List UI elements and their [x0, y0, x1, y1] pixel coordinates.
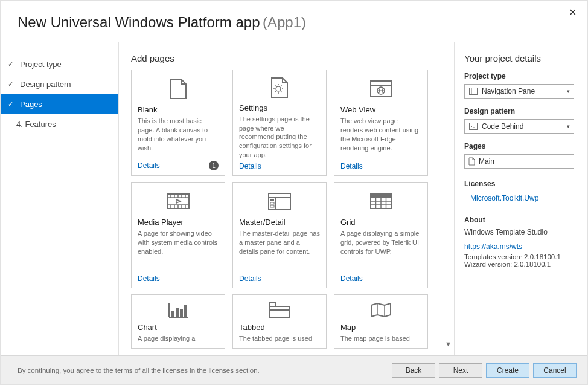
create-button[interactable]: Create: [486, 363, 529, 378]
film-icon: [138, 189, 219, 214]
browser-globe-icon: [340, 76, 421, 102]
cards-scroll: Blank This is the most basic page. A bla…: [131, 70, 447, 354]
details-link[interactable]: Details: [138, 274, 160, 283]
chart-icon: [138, 301, 219, 319]
step-project-type[interactable]: Project type: [1, 54, 118, 74]
step-label: Project type: [20, 60, 62, 69]
svg-rect-44: [180, 309, 183, 317]
step-design-pattern[interactable]: Design pattern: [1, 74, 118, 94]
design-pattern-label: Design pattern: [464, 107, 574, 115]
details-link[interactable]: Details: [239, 162, 261, 170]
svg-rect-43: [176, 308, 179, 317]
main-panel: Add pages Blank This is the most basic p…: [119, 42, 455, 356]
step-label: Design pattern: [20, 80, 71, 89]
svg-rect-47: [269, 303, 275, 306]
chevron-down-icon: ▾: [567, 123, 570, 129]
grid-icon: [340, 189, 421, 214]
wizard-version: Wizard version: 2.0.18100.1: [464, 260, 574, 268]
card-desc: A page for showing video with system med…: [138, 229, 219, 272]
card-tabbed[interactable]: Tabbed The tabbed page is used: [232, 294, 327, 349]
step-label: 4. Features: [16, 120, 56, 129]
card-title: Tabbed: [239, 323, 320, 332]
page-icon: [468, 157, 475, 166]
card-master-detail[interactable]: Master/Detail The master-detail page has…: [232, 182, 327, 288]
svg-rect-42: [171, 311, 174, 317]
step-pages[interactable]: Pages: [1, 94, 118, 114]
close-icon[interactable]: ✕: [564, 4, 581, 21]
project-type-value: Navigation Pane: [482, 87, 535, 95]
svg-line-7: [281, 86, 281, 86]
svg-rect-51: [470, 88, 478, 95]
card-title: Media Player: [138, 218, 219, 227]
about-link[interactable]: https://aka.ms/wts: [464, 242, 522, 251]
details-link[interactable]: Details: [340, 274, 363, 283]
dialog-footer: By continuing, you agree to the terms of…: [1, 355, 587, 384]
project-type-label: Project type: [464, 72, 574, 80]
pages-list-item[interactable]: Main: [464, 154, 574, 169]
license-link[interactable]: Microsoft.Toolkit.Uwp: [470, 194, 538, 202]
details-panel: Your project details Project type Naviga…: [455, 42, 587, 356]
licenses-label: Licenses: [464, 180, 574, 188]
scroll-down-icon[interactable]: ▼: [445, 340, 452, 348]
svg-rect-30: [270, 199, 274, 201]
about-label: About: [464, 216, 574, 224]
card-title: Web View: [340, 105, 421, 114]
details-link[interactable]: Details: [239, 274, 261, 283]
svg-point-0: [276, 86, 281, 91]
svg-rect-46: [269, 306, 290, 317]
pages-value: Main: [479, 157, 494, 166]
svg-line-8: [275, 92, 275, 92]
card-desc: The settings page is the page where we r…: [239, 115, 320, 160]
design-pattern-select[interactable]: Code Behind ▾: [464, 119, 574, 134]
templates-version: Templates version: 2.0.18100.1: [464, 253, 574, 260]
code-behind-icon: [468, 123, 478, 130]
card-title: Grid: [340, 218, 421, 227]
next-button[interactable]: Next: [439, 363, 482, 378]
card-media-player[interactable]: Media Player A page for showing video wi…: [131, 182, 225, 288]
tabbed-icon: [239, 301, 320, 319]
card-blank[interactable]: Blank This is the most basic page. A bla…: [131, 70, 225, 176]
dialog-header: New Universal Windows Platform app (App1…: [1, 1, 587, 42]
map-icon: [340, 301, 421, 319]
card-desc: This is the most basic page. A blank can…: [138, 117, 219, 158]
details-link[interactable]: Details: [340, 162, 363, 170]
svg-rect-31: [270, 202, 274, 204]
design-pattern-value: Code Behind: [482, 122, 523, 131]
master-detail-icon: [239, 189, 320, 214]
card-settings[interactable]: Settings The settings page is the page w…: [232, 70, 327, 176]
details-title: Your project details: [464, 53, 574, 63]
card-desc: The tabbed page is used: [239, 334, 320, 343]
step-label: Pages: [20, 100, 42, 109]
svg-rect-32: [270, 205, 274, 207]
svg-line-6: [281, 92, 281, 92]
card-desc: The map page is based: [340, 334, 421, 343]
main-title: Add pages: [131, 53, 447, 63]
dialog-app-name: (App1): [263, 14, 306, 30]
step-features[interactable]: 4. Features: [1, 114, 118, 134]
card-webview[interactable]: Web View The web view page renders web c…: [334, 70, 428, 176]
dialog-title: New Universal Windows Platform app: [18, 14, 260, 30]
cancel-button[interactable]: Cancel: [533, 363, 577, 378]
chevron-down-icon: ▾: [567, 88, 570, 94]
wizard-steps: Project type Design pattern Pages 4. Fea…: [1, 42, 119, 356]
svg-rect-45: [184, 305, 187, 317]
card-map[interactable]: Map The map page is based: [334, 294, 428, 349]
card-grid[interactable]: Grid A page displaying a simple grid, po…: [334, 182, 428, 288]
card-title: Settings: [239, 103, 320, 112]
card-desc: The master-detail page has a master pane…: [239, 229, 320, 272]
about-name: Windows Template Studio: [464, 228, 574, 236]
card-title: Chart: [138, 323, 219, 332]
card-title: Map: [340, 323, 421, 332]
pages-label: Pages: [464, 142, 574, 150]
card-title: Master/Detail: [239, 218, 320, 227]
card-chart[interactable]: Chart A page displaying a: [131, 294, 225, 349]
back-button[interactable]: Back: [392, 363, 435, 378]
footer-text: By continuing, you agree to the terms of…: [18, 367, 260, 374]
card-desc: The web view page renders web content us…: [340, 117, 421, 160]
svg-line-5: [275, 86, 275, 86]
count-badge: 1: [209, 161, 219, 170]
details-link[interactable]: Details: [138, 161, 160, 170]
project-type-select[interactable]: Navigation Pane ▾: [464, 84, 574, 99]
card-desc: A page displaying a: [138, 334, 219, 343]
card-desc: A page displaying a simple grid, powered…: [340, 229, 421, 272]
